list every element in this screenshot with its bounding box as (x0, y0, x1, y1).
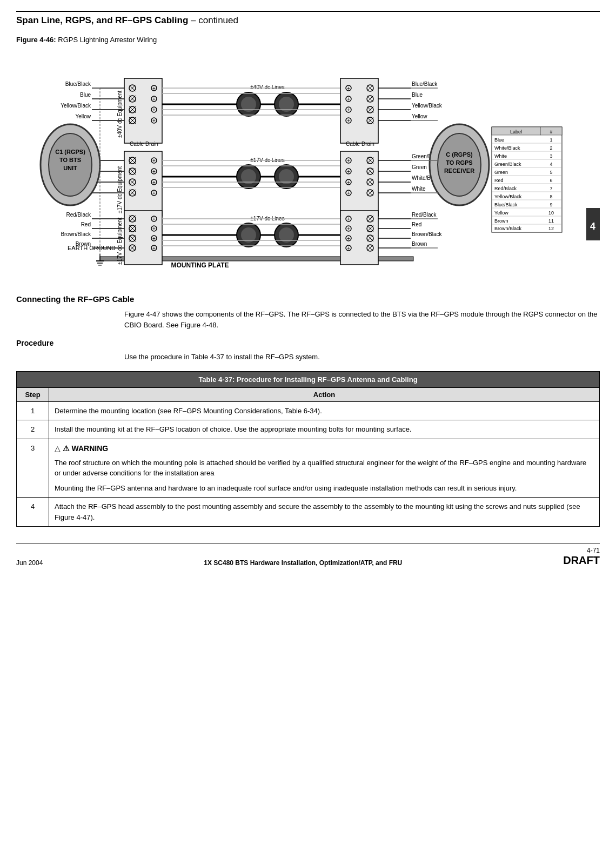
svg-text:1: 1 (550, 137, 552, 143)
svg-text:Label: Label (510, 129, 522, 135)
svg-text:±17V dc Equipment: ±17V dc Equipment (117, 166, 123, 213)
wiring-diagram: MOUNTING PLATE EARTH GROUND (16, 51, 600, 278)
svg-text:+: + (347, 236, 350, 241)
title-subtitle: – continued (191, 15, 238, 25)
svg-text:Yellow: Yellow (412, 113, 427, 119)
connecting-heading: Connecting the RF–GPS Cable (16, 294, 600, 304)
svg-text:Cable Drain: Cable Drain (346, 141, 374, 147)
table-header-row: Step Action (17, 387, 600, 401)
svg-text:+: + (347, 107, 350, 113)
svg-text:+: + (347, 158, 350, 164)
svg-text:8: 8 (550, 194, 552, 199)
svg-text:+: + (347, 216, 350, 222)
svg-text:+: + (152, 169, 156, 174)
svg-text:UNIT: UNIT (63, 165, 77, 171)
figure-caption-text: RGPS Lightning Arrestor Wiring (58, 36, 157, 44)
svg-text:Yellow/Black: Yellow/Black (494, 194, 522, 199)
svg-text:+: + (152, 236, 156, 241)
svg-text:+: + (347, 245, 350, 251)
svg-text:7: 7 (550, 186, 552, 191)
svg-text:10: 10 (548, 210, 554, 216)
svg-text:C1 (RGPS): C1 (RGPS) (55, 149, 85, 155)
svg-text:2: 2 (550, 145, 552, 151)
svg-text:Red: Red (81, 221, 91, 227)
svg-text:+: + (152, 226, 156, 232)
connecting-body: Figure 4-47 shows the components of the … (124, 309, 600, 330)
draft-label: DRAFT (563, 554, 600, 567)
svg-text:Blue: Blue (412, 92, 423, 98)
svg-text:White/Black: White/Black (494, 145, 520, 151)
svg-text:Blue/Black: Blue/Black (494, 202, 518, 207)
header-bar: Span Line, RGPS, and RF–GPS Cabling – co… (16, 11, 600, 26)
svg-text:TO BTS: TO BTS (59, 157, 81, 163)
svg-text:Yellow/Black: Yellow/Black (412, 103, 443, 109)
svg-text:C (RGPS): C (RGPS) (446, 151, 473, 158)
svg-text:Brown/Black: Brown/Black (412, 231, 443, 237)
procedure-body: Use the procedure in Table 4-37 to insta… (124, 352, 600, 362)
svg-text:5: 5 (550, 170, 552, 175)
svg-text:4: 4 (590, 221, 595, 232)
step-2: 2 (17, 420, 49, 439)
svg-text:±40V dc Lines: ±40V dc Lines (250, 84, 284, 90)
svg-text:Blue/Black: Blue/Black (412, 81, 438, 87)
action-4: Attach the RF–GPS head assembly to the p… (49, 498, 600, 527)
svg-text:Red/Black: Red/Black (494, 186, 517, 191)
svg-text:+: + (347, 118, 350, 124)
svg-text:6: 6 (550, 178, 552, 183)
svg-text:3: 3 (550, 153, 552, 159)
svg-text:4: 4 (550, 162, 552, 167)
col-action-header: Action (49, 387, 600, 401)
svg-text:Green/Black: Green/Black (494, 162, 521, 167)
section-procedure: Procedure Use the procedure in Table 4-3… (16, 339, 600, 362)
title-main: Span Line, RGPS, and RF–GPS Cabling (16, 15, 188, 25)
svg-text:Red/Black: Red/Black (412, 212, 437, 218)
action-2: Install the mounting kit at the RF–GPS l… (49, 420, 600, 439)
svg-text:Red/Black: Red/Black (66, 212, 91, 218)
svg-text:+: + (152, 118, 156, 124)
step-4: 4 (17, 498, 49, 527)
svg-text:Green: Green (494, 170, 508, 175)
svg-text:White: White (494, 153, 507, 159)
diagram-container: MOUNTING PLATE EARTH GROUND (16, 51, 600, 278)
table-row-2: 2 Install the mounting kit at the RF–GPS… (17, 420, 600, 439)
svg-text:+: + (347, 179, 350, 185)
svg-text:Brown: Brown (76, 241, 91, 247)
svg-text:Cable Drain: Cable Drain (130, 141, 158, 147)
table-title-row: Table 4-37: Procedure for Installing RF–… (17, 371, 600, 387)
action-3: △ ⚠ WARNING The roof structure on which … (49, 439, 600, 498)
svg-text:+: + (152, 85, 156, 91)
figure-label: Figure 4-46: (16, 36, 56, 44)
table-row-3: 3 △ ⚠ WARNING The roof structure on whic… (17, 439, 600, 498)
svg-text:+: + (347, 85, 350, 91)
svg-text:+: + (152, 179, 156, 185)
svg-text:Brown/Black: Brown/Black (61, 231, 91, 237)
svg-text:TO RGPS: TO RGPS (446, 159, 472, 166)
svg-text:Yellow: Yellow (494, 210, 508, 216)
warning-text-1: The roof structure on which the mounting… (55, 458, 594, 479)
svg-text:+: + (347, 169, 350, 174)
svg-text:Brown: Brown (412, 241, 427, 247)
svg-text:RECEIVER: RECEIVER (444, 167, 474, 174)
svg-text:Blue/Black: Blue/Black (65, 81, 91, 87)
svg-text:9: 9 (550, 202, 552, 207)
svg-text:+: + (152, 96, 156, 102)
svg-text:White: White (412, 186, 426, 192)
table-row-4: 4 Attach the RF–GPS head assembly to the… (17, 498, 600, 527)
svg-text:+: + (152, 190, 156, 196)
procedure-heading: Procedure (16, 339, 600, 347)
page-title: Span Line, RGPS, and RF–GPS Cabling – co… (16, 15, 238, 25)
svg-text:Blue: Blue (494, 137, 504, 143)
svg-text:+: + (152, 245, 156, 251)
footer-page: 4-71 (563, 547, 600, 554)
svg-text:Blue: Blue (80, 92, 91, 98)
warning-text-2: Mounting the RF–GPS antenna and hardware… (55, 483, 594, 494)
svg-text:12: 12 (548, 226, 554, 231)
footer-doc-title: 1X SC480 BTS Hardware Installation, Opti… (43, 559, 563, 567)
svg-text:Green: Green (412, 164, 427, 170)
svg-text:+: + (152, 216, 156, 222)
step-3: 3 (17, 439, 49, 498)
figure-caption: Figure 4-46: RGPS Lightning Arrestor Wir… (16, 36, 600, 44)
svg-text:Yellow: Yellow (75, 113, 91, 119)
svg-text:±40V dc Equipment: ±40V dc Equipment (117, 91, 123, 138)
footer: Jun 2004 1X SC480 BTS Hardware Installat… (16, 543, 600, 567)
